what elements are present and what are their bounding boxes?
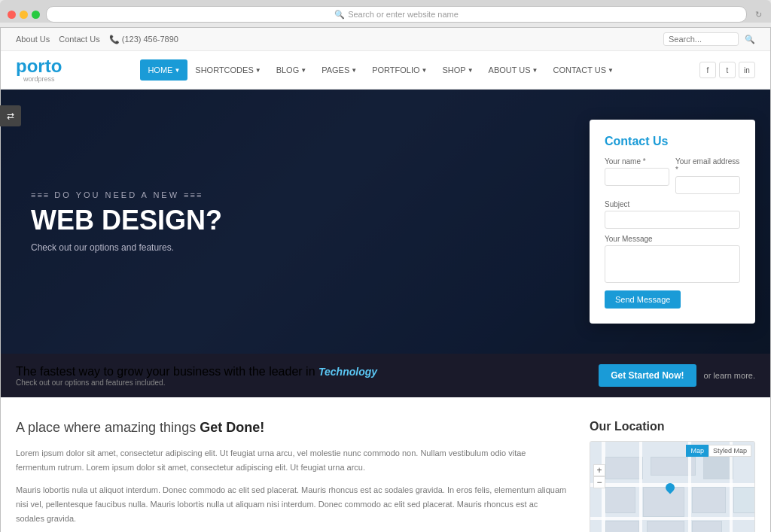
map-container[interactable]: + − Map Styled Map Google Map data ©2016…: [590, 441, 755, 532]
header: porto wordpress HOME▼ SHORTCODES▼ BLOG▼ …: [1, 51, 770, 90]
top-bar: About Us Contact Us 📞 (123) 456-7890 🔍: [1, 28, 770, 51]
subject-label: Subject: [605, 200, 740, 208]
name-label: Your name *: [605, 157, 669, 166]
nav-contact[interactable]: CONTACT US▼: [546, 59, 621, 81]
main-nav: HOME▼ SHORTCODES▼ BLOG▼ PAGES▼ PORTFOLIO…: [140, 59, 621, 81]
topbar-contact[interactable]: Contact Us: [59, 35, 99, 44]
address-bar[interactable]: 🔍 Search or enter website name: [46, 6, 747, 23]
search-icon[interactable]: 🔍: [745, 35, 755, 44]
map-zoom-controls[interactable]: + −: [593, 464, 605, 488]
message-textarea[interactable]: [605, 245, 740, 283]
location-title: Our Location: [590, 420, 755, 433]
topbar-phone: 📞 (123) 456-7890: [109, 35, 178, 44]
facebook-icon[interactable]: f: [699, 62, 716, 78]
hero-subtitle: ≡≡≡ DO YOU NEED A NEW ≡≡≡: [31, 190, 317, 199]
subject-input[interactable]: [605, 211, 740, 229]
nav-blog[interactable]: BLOG▼: [269, 59, 315, 81]
hero-title: WEB DESIGN?: [31, 205, 317, 236]
cta-text-block: The fastest way to grow your business wi…: [16, 365, 377, 387]
logo[interactable]: porto wordpress: [16, 57, 62, 83]
cta-button[interactable]: Get Started Now!: [599, 364, 696, 387]
email-field-group: Your email address *: [675, 157, 740, 194]
main-para-1: Lorem ipsum dolor sit amet, consectetur …: [16, 446, 567, 474]
search-icon: 🔍: [334, 10, 345, 20]
name-input[interactable]: [605, 168, 669, 186]
nav-portfolio[interactable]: PORTFOLIO▼: [364, 59, 434, 81]
social-icons: f t in: [699, 62, 755, 78]
maximize-button[interactable]: [32, 11, 40, 19]
map-tab-styled[interactable]: Styled Map: [709, 445, 751, 457]
cta-strip: The fastest way to grow your business wi…: [1, 354, 770, 397]
map-tabs[interactable]: Map Styled Map: [686, 445, 751, 457]
twitter-icon[interactable]: t: [719, 62, 736, 78]
cta-sub: Check out our options and features inclu…: [16, 378, 377, 387]
cta-learn: or learn more.: [704, 371, 755, 380]
linkedin-icon[interactable]: in: [739, 62, 755, 78]
logo-name: porto: [16, 57, 62, 75]
subject-field-group: Subject: [605, 200, 740, 229]
hero-section: ≡≡≡ DO YOU NEED A NEW ≡≡≡ WEB DESIGN? Ch…: [1, 90, 770, 354]
message-label: Your Message: [605, 235, 740, 243]
map-tab-map[interactable]: Map: [686, 445, 709, 457]
cta-text: The fastest way to grow your business wi…: [16, 365, 315, 378]
logo-subtitle: wordpress: [16, 75, 62, 83]
send-button[interactable]: Send Message: [605, 290, 681, 309]
main-content: A place where amazing things Get Done! L…: [1, 397, 770, 532]
content-right: Our Location: [590, 420, 755, 532]
reload-icon[interactable]: ↻: [753, 9, 763, 20]
hero-content: ≡≡≡ DO YOU NEED A NEW ≡≡≡ WEB DESIGN? Ch…: [31, 190, 317, 254]
content-left: A place where amazing things Get Done! L…: [16, 420, 567, 532]
cta-right: Get Started Now! or learn more.: [599, 364, 755, 387]
nav-shop[interactable]: SHOP▼: [434, 59, 480, 81]
message-field-group: Your Message: [605, 235, 740, 286]
main-title: A place where amazing things Get Done!: [16, 420, 567, 436]
nav-shortcodes[interactable]: SHORTCODES▼: [187, 59, 268, 81]
nav-pages[interactable]: PAGES▼: [314, 59, 364, 81]
name-field-group: Your name *: [605, 157, 669, 194]
sidebar-toggle[interactable]: ⇄: [0, 105, 21, 126]
email-input[interactable]: [675, 176, 740, 194]
contact-form: Contact Us Your name * Your email addres…: [590, 120, 755, 324]
minimize-button[interactable]: [20, 11, 28, 19]
close-button[interactable]: [8, 11, 16, 19]
email-label: Your email address *: [675, 157, 740, 174]
hero-desc: Check out our options and features.: [31, 242, 317, 253]
main-para-2: Mauris lobortis nula ut aliquot interdum…: [16, 483, 567, 525]
search-input[interactable]: [663, 32, 739, 46]
form-title: Contact Us: [605, 135, 740, 148]
zoom-in-button[interactable]: +: [593, 464, 605, 476]
zoom-out-button[interactable]: −: [593, 476, 605, 488]
traffic-lights: [8, 11, 40, 19]
nav-home[interactable]: HOME▼: [140, 59, 187, 81]
map-background: + − Map Styled Map Google Map data ©2016…: [590, 442, 754, 532]
topbar-about[interactable]: About Us: [16, 35, 50, 44]
cta-highlight: Technology: [318, 366, 377, 378]
nav-about[interactable]: ABOUT US▼: [481, 59, 546, 81]
address-text: Search or enter website name: [348, 10, 459, 19]
